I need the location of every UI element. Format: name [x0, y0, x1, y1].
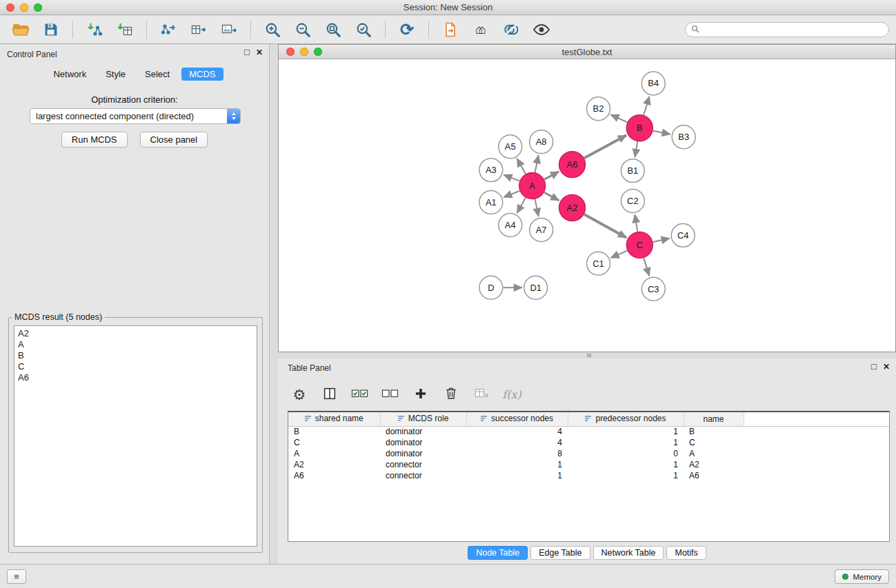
node-table[interactable]: shared name MCDS role successor nodes pr… — [288, 411, 890, 542]
export-table-button[interactable] — [185, 18, 212, 41]
cell-shared-name[interactable]: A — [288, 448, 380, 459]
import-table-button[interactable] — [111, 18, 139, 41]
cell-mcds-role[interactable]: dominator — [380, 426, 466, 437]
edge-A-A2[interactable] — [544, 192, 559, 201]
cell-name[interactable]: C — [684, 437, 744, 448]
node-A[interactable]: A — [519, 173, 546, 199]
delete-table-button[interactable] — [470, 384, 493, 405]
close-panel-icon[interactable]: ✕ — [256, 48, 263, 57]
show-hide-button[interactable] — [528, 18, 555, 41]
list-item[interactable]: A6 — [18, 372, 253, 383]
node-B[interactable]: B — [626, 115, 653, 141]
column-header-successor-nodes[interactable]: successor nodes — [466, 412, 568, 426]
criterion-dropdown[interactable]: largest connected component (directed) — [30, 108, 241, 124]
cell-mcds-role[interactable]: dominator — [380, 448, 466, 459]
node-C4[interactable]: C4 — [671, 223, 695, 247]
edge-A-A7[interactable] — [535, 199, 539, 216]
table-row[interactable]: B dominator 4 1 B — [288, 426, 889, 437]
cell-successor-nodes[interactable]: 1 — [466, 459, 568, 470]
list-item[interactable]: C — [18, 361, 253, 372]
save-session-button[interactable] — [37, 18, 65, 41]
cell-successor-nodes[interactable]: 4 — [466, 426, 568, 437]
node-A5[interactable]: A5 — [499, 135, 522, 159]
column-header-name[interactable]: name — [684, 412, 744, 426]
memory-button[interactable]: Memory — [835, 569, 889, 584]
node-A7[interactable]: A7 — [530, 218, 553, 241]
cell-name[interactable]: A — [684, 448, 744, 459]
create-column-button[interactable] — [409, 384, 432, 405]
zoom-view-button[interactable] — [314, 48, 322, 56]
node-A1[interactable]: A1 — [479, 191, 503, 214]
table-row[interactable]: A2 connector 1 1 A2 — [288, 459, 889, 470]
zoom-fit-button[interactable] — [319, 18, 347, 41]
cell-shared-name[interactable]: A6 — [288, 470, 380, 481]
cell-successor-nodes[interactable]: 8 — [466, 448, 568, 459]
zoom-in-button[interactable] — [259, 18, 286, 41]
task-history-button[interactable]: ≡ — [7, 569, 26, 584]
edge-B-B3[interactable] — [653, 131, 670, 134]
edge-A-A6[interactable] — [544, 172, 559, 179]
export-network-button[interactable] — [155, 18, 182, 41]
column-header-shared-name[interactable]: shared name — [288, 412, 380, 426]
edge-A-A5[interactable] — [517, 159, 526, 174]
list-item[interactable]: A — [18, 339, 253, 350]
tab-select[interactable]: Select — [137, 68, 177, 81]
network-canvas[interactable]: AA6A2BCB4B2B3B1A5A8A3A1A4A7C2C4C1C3DD1 — [279, 60, 895, 352]
show-columns-button[interactable] — [318, 384, 341, 405]
cell-name[interactable]: A6 — [684, 470, 744, 481]
cell-shared-name[interactable]: A2 — [288, 459, 380, 470]
close-window-button[interactable] — [6, 3, 14, 12]
edge-B-B1[interactable] — [635, 141, 638, 156]
node-B4[interactable]: B4 — [641, 72, 665, 95]
edge-C-C4[interactable] — [653, 239, 670, 242]
cell-predecessor-nodes[interactable]: 1 — [568, 470, 684, 481]
tab-network[interactable]: Network — [46, 68, 94, 81]
node-A3[interactable]: A3 — [479, 159, 503, 182]
tab-motifs[interactable]: Motifs — [666, 546, 706, 560]
list-item[interactable]: A2 — [18, 328, 253, 339]
cell-successor-nodes[interactable]: 1 — [466, 470, 568, 481]
node-A4[interactable]: A4 — [499, 213, 522, 236]
edge-B-B4[interactable] — [644, 97, 649, 115]
tab-mcds[interactable]: MCDS — [181, 68, 223, 81]
node-C1[interactable]: C1 — [587, 252, 610, 275]
network-graph[interactable]: AA6A2BCB4B2B3B1A5A8A3A1A4A7C2C4C1C3DD1 — [279, 60, 895, 352]
close-panel-button[interactable]: Close panel — [140, 132, 208, 148]
cell-shared-name[interactable]: C — [288, 437, 380, 448]
function-builder-button[interactable]: f(x) — [500, 384, 524, 405]
node-D[interactable]: D — [479, 276, 503, 299]
minimize-view-button[interactable] — [300, 48, 308, 56]
column-header-mcds-role[interactable]: MCDS role — [380, 412, 466, 426]
edge-C-C2[interactable] — [635, 214, 637, 231]
search-input[interactable] — [703, 25, 883, 34]
apply-style-button[interactable] — [497, 18, 525, 41]
node-D1[interactable]: D1 — [524, 276, 548, 299]
node-A8[interactable]: A8 — [530, 130, 553, 154]
node-A2[interactable]: A2 — [559, 195, 586, 221]
unselect-all-columns-button[interactable] — [379, 384, 402, 405]
export-image-button[interactable] — [215, 18, 243, 41]
edge-A-A4[interactable] — [517, 198, 526, 213]
zoom-out-button[interactable] — [289, 18, 317, 41]
node-C2[interactable]: C2 — [621, 190, 644, 213]
node-C[interactable]: C — [626, 232, 653, 258]
edge-C-C3[interactable] — [644, 258, 649, 276]
tab-node-table[interactable]: Node Table — [468, 546, 528, 560]
tab-network-table[interactable]: Network Table — [593, 546, 664, 560]
cell-mcds-role[interactable]: connector — [380, 459, 466, 470]
export-document-button[interactable] — [437, 18, 464, 41]
edge-A2-C[interactable] — [584, 214, 626, 238]
cell-mcds-role[interactable]: connector — [380, 470, 466, 481]
table-settings-button[interactable]: ⚙ — [288, 384, 311, 405]
close-panel-icon[interactable]: ✕ — [883, 363, 890, 371]
select-all-columns-button[interactable] — [348, 384, 372, 405]
horizontal-splitter[interactable] — [278, 352, 896, 358]
cell-name[interactable]: B — [684, 426, 744, 437]
cell-mcds-role[interactable]: dominator — [380, 437, 466, 448]
delete-column-button[interactable] — [439, 384, 463, 405]
cell-predecessor-nodes[interactable]: 1 — [568, 459, 684, 470]
tab-edge-table[interactable]: Edge Table — [530, 546, 590, 560]
node-C3[interactable]: C3 — [641, 277, 665, 301]
cell-predecessor-nodes[interactable]: 0 — [568, 448, 684, 459]
list-item[interactable]: B — [18, 350, 253, 361]
